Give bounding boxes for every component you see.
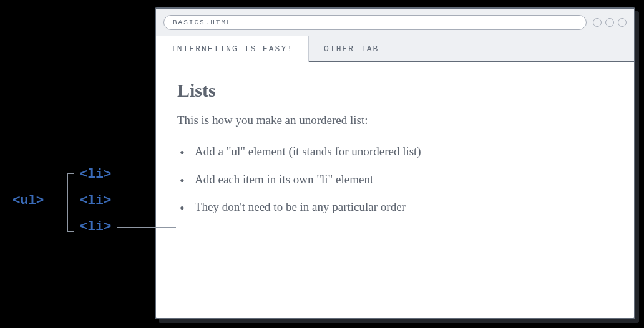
unordered-list: Add a "ul" element (it stands for unorde…: [177, 143, 613, 216]
page-content: Lists This is how you make an unordered …: [156, 62, 634, 318]
annotation-connector: [117, 175, 176, 175]
tab-other[interactable]: OTHER TAB: [309, 36, 394, 61]
window-controls: [593, 18, 627, 27]
annotation-connector: [117, 201, 176, 201]
list-item: Add each item in its own "li" element: [177, 171, 613, 188]
list-item: They don't need to be in any particular …: [177, 199, 613, 216]
tab-active[interactable]: INTERNETING IS EASY!: [156, 36, 309, 62]
annotation-li-tag: <li>: [80, 219, 111, 234]
annotation-li-tag: <li>: [80, 193, 111, 208]
tab-bar: INTERNETING IS EASY! OTHER TAB: [156, 36, 634, 62]
page-intro: This is how you make an unordered list:: [177, 113, 613, 127]
window-control-dot[interactable]: [593, 18, 602, 27]
annotation-bracket: [52, 173, 74, 232]
browser-toolbar: [156, 9, 634, 36]
browser-window: INTERNETING IS EASY! OTHER TAB Lists Thi…: [155, 7, 635, 319]
annotation-li-tag: <li>: [80, 167, 111, 181]
window-control-dot[interactable]: [618, 18, 627, 27]
annotation-ul-tag: <ul>: [12, 193, 44, 208]
window-control-dot[interactable]: [605, 18, 614, 27]
page-heading: Lists: [177, 80, 613, 101]
address-bar[interactable]: [163, 15, 587, 30]
annotation-connector: [117, 227, 176, 228]
list-item: Add a "ul" element (it stands for unorde…: [177, 143, 613, 160]
